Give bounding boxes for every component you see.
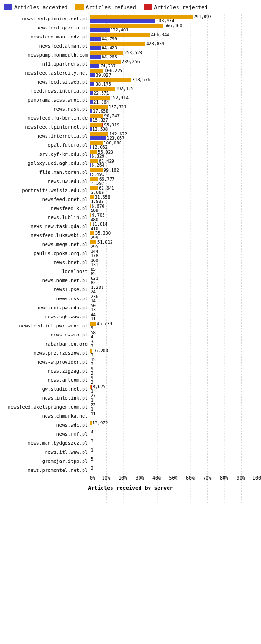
bar-refused [90, 150, 97, 154]
bar-group: 45,7399 [90, 321, 258, 330]
bar-accepted [90, 64, 99, 68]
bar-group: 239,25674,237 [90, 59, 258, 68]
bar-refused [90, 231, 94, 235]
bar-group: 344178 [90, 249, 258, 258]
refused-value: 45,739 [97, 321, 112, 326]
x-tick: 70% [203, 475, 212, 481]
bar-group: 11,014410 [90, 222, 258, 231]
bar-accepted [90, 91, 93, 95]
legend-rejected-label: Articles rejected [154, 4, 208, 10]
refused-value: 8,675 [93, 384, 105, 389]
accepted-value: 3 [91, 353, 93, 357]
refused-value: 2 [91, 466, 93, 471]
table-row: news-w.provider.pl152 [2, 357, 259, 366]
row-label: news-w.provider.pl [2, 359, 90, 365]
table-row: newsfeed.lukawski.pl35,330299 [2, 231, 259, 240]
row-label: news.sgh.waw.pl [2, 314, 90, 319]
row-label: srv.cyf-kr.edu.pl [2, 152, 90, 157]
accepted-value: 4 [91, 335, 93, 339]
bar-group: 106,22539,027 [90, 68, 258, 77]
accepted-value: 84,423 [102, 46, 117, 50]
row-label: news.itl.waw.pl [2, 450, 90, 455]
accepted-value: 4,597 [91, 181, 104, 186]
row-label: news.bnet.pl [2, 260, 90, 265]
row-label: nf1.ipartners.pl [2, 61, 90, 67]
accepted-value: 503,934 [156, 19, 174, 23]
bar-group: 466,34484,790 [90, 32, 258, 41]
accepted-value: 2,889 [91, 190, 104, 195]
bar-refused [90, 60, 121, 64]
x-axis-label: Articles received by server [2, 485, 259, 491]
table-row: gromojar.itpp.pl5 [2, 457, 259, 465]
row-label: opal.futuro.pl [2, 143, 90, 148]
bar-group: 23614 [90, 294, 258, 303]
bar-accepted [90, 109, 92, 113]
row-label: news.mega.net.pl [2, 242, 90, 247]
bar-accepted [90, 28, 110, 32]
row-label: newsfeed.silweb.pl [2, 79, 90, 85]
table-row: srv.cyf-kr.edu.pl55,0236,329 [2, 150, 259, 158]
row-label: news1.pse.pl [2, 287, 90, 292]
bar-group: 160131 [90, 258, 258, 267]
bar-group: 55,0236,329 [90, 150, 258, 158]
x-tick: 20% [119, 475, 127, 481]
accepted-value: 599 [91, 208, 98, 213]
row-label: newsfeed.fu-berlin.de [2, 115, 90, 121]
bar-group: 584 [90, 330, 258, 339]
bar-group: 428,03984,423 [90, 41, 258, 50]
legend-refused: Articles refused [75, 4, 136, 10]
bar-accepted [90, 136, 106, 140]
accepted-value: 1 [91, 389, 93, 394]
accepted-value: 123,057 [107, 136, 125, 141]
bar-rejected [103, 114, 103, 118]
chart-container: Articles accepted Articles refused Artic… [0, 0, 261, 510]
bar-accepted [90, 55, 101, 59]
bar-group: 62,4296,264 [90, 159, 258, 167]
accepted-value: 13 [91, 308, 96, 312]
bar-group: 62,6412,889 [90, 186, 258, 194]
bar-group: 152,91421,864 [90, 96, 258, 104]
bar-accepted [90, 82, 94, 86]
table-row: panorama.wcss.wroc.pl152,91421,864 [2, 96, 259, 104]
row-label: localhost [2, 269, 90, 274]
legend-rejected: Articles rejected [144, 4, 208, 10]
bar-group: 99,1625,491 [90, 168, 258, 176]
bar-refused [90, 222, 91, 226]
table-row: rabarbar.eu.org33 [2, 339, 259, 348]
accepted-value: 11 [91, 317, 96, 321]
table-row: opal.futuro.pl100,08012,062 [2, 141, 259, 149]
bar-group: 35,330299 [90, 231, 258, 240]
accepted-value: 5,491 [92, 172, 104, 177]
table-row: news.home.net.pl63182 [2, 276, 259, 285]
table-row: news.internetia.pl142,622123,057 [2, 132, 259, 140]
table-row: news.zigzag.pl92 [2, 366, 259, 375]
table-row: newsfeed.ict.pwr.wroc.pl45,7399 [2, 321, 259, 330]
bar-refused [90, 96, 110, 100]
row-label: newsfeed.ict.pwr.wroc.pl [2, 323, 90, 328]
row-label: newsfeed.lukawski.pl [2, 233, 90, 238]
x-tick: 10% [102, 475, 111, 481]
bar-accepted [90, 145, 91, 149]
bar-refused [90, 24, 163, 28]
bar-group: 33 [90, 339, 258, 348]
table-row: news.sgh.waw.pl4411 [2, 312, 259, 321]
bar-refused [90, 132, 108, 136]
refused-value: 152,914 [111, 96, 129, 100]
accepted-value: 2 [91, 362, 93, 366]
bar-group: 51,012295 [90, 240, 258, 249]
row-label: paulus.opoka.org.pl [2, 251, 90, 256]
accepted-value: 6,264 [92, 163, 104, 168]
bar-refused [90, 15, 193, 19]
table-row: newsfeed.astercity.net106,22539,027 [2, 68, 259, 77]
accepted-value: 480 [91, 217, 98, 222]
table-row: newsfeed.onet.pl31,6581,833 [2, 195, 259, 203]
refused-value: 192,175 [116, 87, 134, 91]
table-row: localhost8585 [2, 267, 259, 276]
refused-value: 11 [91, 412, 96, 416]
row-label: newsfeed.man.lodz.pl [2, 34, 90, 39]
row-label: news.internetia.pl [2, 134, 90, 139]
row-label: news.nask.pl [2, 106, 90, 112]
row-label: news.e-wro.pl [2, 332, 90, 337]
bar-group: 192,17522,571 [90, 87, 258, 95]
bar-refused [90, 186, 98, 190]
